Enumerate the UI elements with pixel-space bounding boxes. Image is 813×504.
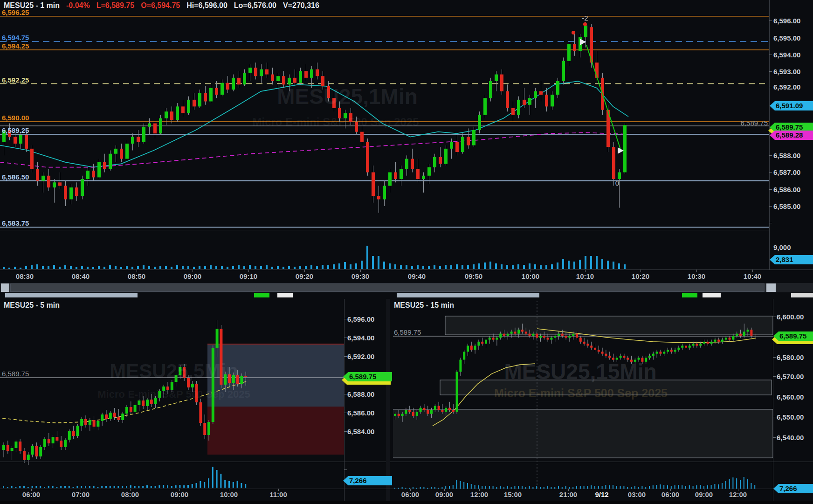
candle-body [191,384,194,387]
volume-bar [478,263,480,269]
axis-tick [769,223,772,223]
candle-body [117,417,120,420]
mini-scrollbar-segment[interactable] [397,293,539,297]
volume-bar [31,265,33,269]
candle-body [456,372,458,412]
candle-body [7,445,9,451]
mini-scrollbar-segment[interactable] [277,293,293,297]
mini-scrollbar-segment[interactable] [5,293,138,297]
time-axis-label: 08:50 [128,272,145,280]
time-axis-label: 09:00 [171,490,188,498]
candle-body [39,447,42,456]
volume-bar [322,265,324,269]
candle-body [416,412,418,416]
axis-tick [773,437,776,438]
axis-tick [769,172,772,173]
candle-body [52,437,55,443]
candle-body [507,334,509,336]
candle-body [463,352,465,359]
candle-body [729,338,731,339]
candle-body [444,149,448,164]
trade-marker-label: -2 [579,14,591,22]
time-axis-label: 09:00 [184,272,201,280]
volume-bar [534,264,536,269]
scrollbar-handle[interactable] [1,283,9,292]
volume-bar [725,481,726,489]
candlestick-canvas[interactable] [0,0,813,504]
axis-price-label: 6,593.00 [773,68,800,76]
candle-body [2,445,5,450]
volume-bar [76,486,78,488]
axis-price-label: 6,595.00 [773,34,800,42]
candle-body [448,408,451,410]
volume-bar [224,480,226,488]
axis-tick [344,356,347,357]
candle-body [423,408,425,410]
panel-gap [0,501,813,504]
axis-tick [773,376,776,377]
candle-body [467,137,470,145]
top-chart-watermark: MESU25,1Min [277,84,418,109]
candle-body [489,338,491,339]
candle-body [732,336,734,340]
right-chart-watermark-sub: Micro E-mini S&P 500 Sep 2025 [494,387,668,400]
volume-bar [142,486,144,488]
volume-bar [97,487,98,488]
mini-scrollbar-segment[interactable] [254,293,269,297]
scrollbar-thumb[interactable] [10,283,765,292]
candle-body [670,350,673,352]
candle-body [601,352,604,353]
time-axis-tick [641,269,641,272]
trade-arrow-icon [580,39,586,45]
mini-scrollbar-segment[interactable] [791,293,813,297]
candle-body [113,413,116,417]
candle-body [525,331,527,333]
candle-body [226,83,229,90]
candle-body [400,169,403,179]
candle-body [411,159,414,169]
change-percent: -0.04% [66,1,90,10]
candle-body [204,93,207,101]
time-axis-label: 12:00 [470,490,488,498]
volume-bar [372,256,374,269]
time-axis-tick [696,269,697,272]
mini-scrollbar-segment[interactable] [703,293,721,297]
candle-body [96,421,99,427]
candle-body [598,350,600,352]
time-axis-label: 10:20 [632,272,649,280]
volume-bar [53,265,55,269]
volume-bar [467,265,469,269]
time-axis-tick [193,269,193,272]
mini-scrollbar-segment[interactable] [682,293,697,297]
volume-bar [155,486,156,488]
volume-axis-label: 9,000 [773,243,791,251]
axis-tick [773,317,776,317]
candle-body [656,352,658,353]
trade-dot [583,22,587,26]
candle-body [68,431,71,440]
volume-bar [456,264,458,269]
candle-body [14,137,17,144]
candle-body [707,342,709,344]
candle-body [282,76,285,84]
volume-bar [215,266,217,269]
volume-bar [232,266,234,269]
time-axis-label: 15:00 [504,490,522,498]
candle-body [316,69,319,76]
volume-bar [159,266,161,269]
axis-price-label: 6,592.00 [347,352,374,360]
volume-bar [400,265,402,269]
candle-body [131,137,134,144]
candle-body [485,340,487,344]
volume-bar [48,266,49,269]
candle-body [383,186,386,200]
candle-body [153,124,157,134]
axis-price-label: 6,594.00 [773,51,800,59]
volume-bar [316,266,318,269]
scrollbar-handle[interactable] [766,283,776,292]
volume-bar [484,262,486,269]
volume-bar [344,262,346,269]
volume-bar [601,259,603,269]
candle-body [260,69,263,76]
high-price: Hi=6,596.00 [186,1,227,10]
